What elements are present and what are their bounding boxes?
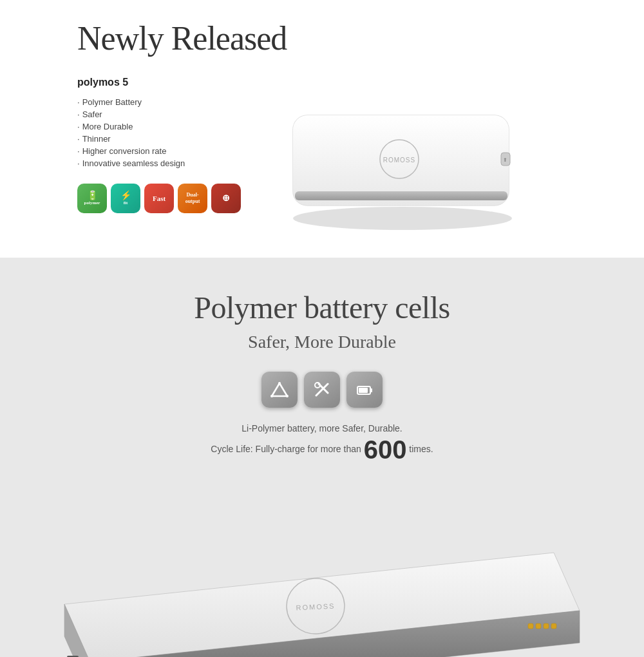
device-perspective-svg: ROMOSS ⬆ — [0, 488, 644, 657]
svg-point-12 — [270, 395, 273, 397]
tools-icon — [304, 372, 340, 408]
feature-icons-row — [77, 372, 567, 408]
features-list: Polymer Battery Safer More Durable Thinn… — [77, 97, 283, 168]
section-polymer: Polymer battery cells Safer, More Durabl… — [0, 258, 644, 657]
svg-text:ROMOSS: ROMOSS — [383, 157, 415, 164]
product-name: polymos 5 — [77, 77, 283, 88]
section-newly-released: Newly Released polymos 5 Polymer Battery… — [0, 0, 644, 258]
feature-item: Safer — [77, 110, 283, 119]
feature-item: More Durable — [77, 122, 283, 131]
svg-rect-22 — [528, 624, 533, 629]
badge-dual: Dual-output — [178, 184, 207, 213]
feature-item: Thinner — [77, 134, 283, 144]
product-image: ROMOSS ⬆ — [283, 70, 567, 231]
badge-fast: Fast — [144, 184, 174, 213]
product-info: polymos 5 Polymer Battery Safer More Dur… — [77, 70, 283, 213]
svg-text:⬆: ⬆ — [503, 157, 507, 163]
badge-fit: ⚡ fit — [111, 184, 140, 213]
svg-rect-18 — [359, 388, 368, 393]
svg-marker-9 — [272, 383, 287, 396]
desc-suffix: times. — [409, 444, 433, 454]
desc-line1: Li-Polymer battery, more Safer, Durable. — [77, 421, 567, 437]
svg-point-0 — [293, 207, 512, 230]
feature-item: Higher conversion rate — [77, 146, 283, 156]
device-bottom-view: ROMOSS ⬆ — [0, 488, 644, 657]
svg-point-11 — [286, 395, 289, 397]
triangle-icon — [261, 372, 298, 408]
badge-polymer: 🔋 polymer — [77, 184, 107, 213]
svg-line-13 — [316, 384, 328, 395]
desc-prefix: Cycle Life: Fully-charge for more than — [211, 444, 361, 454]
svg-rect-17 — [370, 388, 372, 392]
badge-row: 🔋 polymer ⚡ fit Fast Dual-output ⊕ — [77, 184, 283, 213]
polymer-subtitle: Safer, More Durable — [77, 332, 567, 352]
svg-rect-24 — [544, 624, 549, 629]
desc-line2: Cycle Life: Fully-charge for more than 6… — [77, 437, 567, 462]
svg-point-10 — [278, 382, 281, 385]
description-block: Li-Polymer battery, more Safer, Durable.… — [77, 421, 567, 462]
svg-rect-4 — [295, 191, 507, 200]
page-title: Newly Released — [77, 19, 567, 57]
svg-rect-25 — [551, 624, 556, 629]
svg-rect-23 — [536, 624, 541, 629]
battery-icon — [346, 372, 383, 408]
cycle-number: 600 — [364, 435, 407, 464]
feature-item: Innovative seamless design — [77, 158, 283, 168]
device-top-view-svg: ROMOSS ⬆ — [270, 83, 528, 231]
polymer-title: Polymer battery cells — [77, 290, 567, 325]
feature-item: Polymer Battery — [77, 97, 283, 107]
badge-output: ⊕ — [211, 184, 241, 213]
